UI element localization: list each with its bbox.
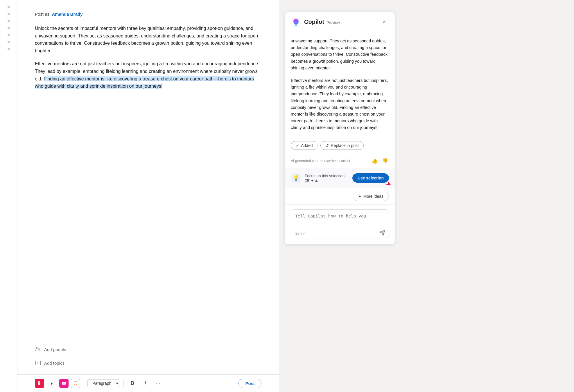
copilot-panel: Copilot Preview × unwavering support. Th… [285, 12, 395, 244]
sidebar-dot-5 [8, 34, 10, 36]
paragraph-format-select[interactable]: Paragraph [87, 379, 120, 387]
left-sidebar [0, 0, 17, 392]
selection-text: Focus on this selection (⌘ + \). [305, 174, 349, 183]
selection-label: Focus on this selection [305, 174, 345, 178]
copilot-logo-icon [291, 17, 301, 27]
paragraph-2[interactable]: Effective mentors are not just teachers … [35, 60, 261, 90]
sidebar-dot-1 [8, 6, 10, 8]
post-as-line: Post as: Amanda Brady [35, 12, 261, 17]
sparkle-icon: ✦ [358, 194, 362, 199]
shield-icon[interactable] [71, 379, 80, 388]
sidebar-dot-3 [8, 20, 10, 22]
toolbar-divider [84, 380, 84, 387]
char-count: 0/2000 [295, 232, 306, 236]
copilot-input-wrapper: 0/2000 [291, 209, 389, 240]
copilot-preview-badge: Preview [327, 20, 340, 25]
focus-selection-area: 💡 Focus on this selection (⌘ + \). Use s… [285, 168, 395, 188]
copilot-content-2: Effective mentors are not just teachers … [291, 77, 389, 131]
author-name[interactable]: Amanda Brady [52, 12, 82, 17]
copilot-body: unwavering support. They act as seasoned… [285, 32, 395, 168]
selection-row: 💡 Focus on this selection (⌘ + \). Use s… [291, 173, 389, 183]
copilot-content-1: unwavering support. They act as seasoned… [291, 38, 389, 71]
use-selection-button[interactable]: Use selection [352, 173, 389, 183]
sidebar-dot-7 [8, 48, 10, 50]
copilot-close-button[interactable]: × [380, 17, 389, 26]
toolbar-divider-2 [123, 380, 124, 387]
svg-marker-14 [380, 230, 385, 235]
ai-disclaimer-row: AI-generated content may be incorrect 👍 … [291, 154, 389, 168]
use-selection-wrapper: Use selection ➤ [352, 173, 389, 183]
post-as-label: Post as: [35, 12, 51, 17]
bold-button[interactable]: B [127, 378, 138, 389]
sidebar-dot-2 [8, 13, 10, 15]
replace-icon: ↺ [325, 143, 329, 148]
add-topics-icon [35, 360, 41, 366]
copilot-send-button[interactable] [379, 230, 385, 236]
add-people-icon [35, 346, 41, 353]
post-button[interactable]: Post [238, 379, 261, 388]
lightbulb-icon: 💡 [291, 173, 301, 183]
post-editor: Post as: Amanda Brady Unlock the secrets… [17, 0, 279, 392]
replace-in-post-button[interactable]: ↺ Replace in post [320, 141, 364, 150]
svg-rect-3 [36, 361, 41, 365]
post-footer: Add people Add topics ▾ [17, 338, 279, 392]
add-topics-label: Add topics [44, 361, 64, 366]
add-people-row[interactable]: Add people [35, 343, 261, 356]
replace-label: Replace in post [331, 143, 359, 148]
copilot-action-buttons: ✓ Added ↺ Replace in post [291, 137, 389, 154]
thumbs-up-button[interactable]: 👍 [370, 157, 379, 165]
more-ideas-button[interactable]: ✦ More ideas [353, 192, 389, 201]
italic-button[interactable]: I [140, 378, 150, 389]
format-doc-icon[interactable] [35, 379, 44, 388]
toolbar-dropdown-arrow[interactable]: ▾ [46, 378, 57, 389]
copilot-title: Copilot [304, 19, 324, 25]
more-ideas-row: ✦ More ideas [285, 188, 395, 204]
paragraph-2-highlighted[interactable]: Finding an effective mentor is like disc… [35, 76, 254, 89]
add-people-label: Add people [44, 347, 66, 352]
added-label: Added [301, 143, 313, 148]
added-button[interactable]: ✓ Added [291, 141, 318, 150]
footer-actions: Add people Add topics [17, 338, 279, 374]
media-icon[interactable] [59, 379, 69, 388]
copilot-input-area: 0/2000 [285, 204, 395, 244]
add-topics-row[interactable]: Add topics [35, 356, 261, 370]
ai-disclaimer-text: AI-generated content may be incorrect [291, 159, 350, 163]
more-options-button[interactable]: ··· [153, 378, 163, 389]
selection-shortcut: (⌘ + \). [305, 178, 318, 183]
sidebar-dot-4 [8, 27, 10, 29]
copilot-header: Copilot Preview × [285, 12, 395, 32]
paragraph-1[interactable]: Unlock the secrets of impactful mentors … [35, 25, 261, 54]
checkmark-icon: ✓ [296, 143, 299, 148]
feedback-icons: 👍 👎 [370, 157, 389, 165]
more-ideas-label: More ideas [363, 194, 383, 199]
post-toolbar: ▾ Paragraph B I ··· Post [17, 374, 279, 392]
thumbs-down-button[interactable]: 👎 [381, 157, 389, 165]
sidebar-dot-6 [8, 41, 10, 43]
post-body: Unlock the secrets of impactful mentors … [35, 25, 261, 90]
